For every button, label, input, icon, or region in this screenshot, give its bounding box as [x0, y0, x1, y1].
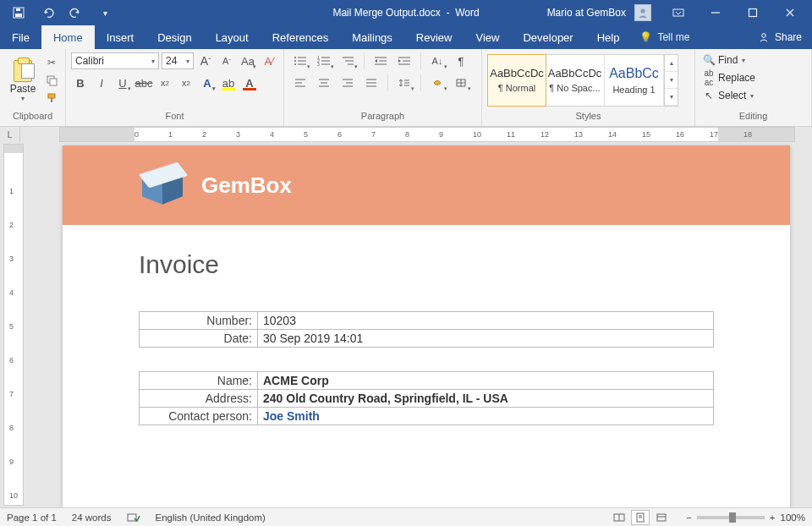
document-body[interactable]: Invoice Number:10203 Date:30 Sep 2019 14…: [63, 225, 790, 451]
gembox-logo-icon: [139, 167, 186, 204]
align-left-button[interactable]: [289, 74, 311, 91]
svg-rect-11: [50, 79, 57, 85]
tab-references[interactable]: References: [261, 25, 340, 49]
paste-button[interactable]: Paste ▾: [5, 58, 41, 102]
italic-button[interactable]: I: [92, 74, 111, 91]
clear-formatting-button[interactable]: A⁄: [260, 52, 278, 69]
decrease-indent-button[interactable]: [370, 52, 392, 69]
tab-mailings[interactable]: Mailings: [340, 25, 404, 49]
bullets-button[interactable]: [289, 52, 311, 69]
multilevel-list-button[interactable]: [337, 52, 359, 69]
quick-access-toolbar: ▾: [0, 0, 117, 25]
style-normal[interactable]: AaBbCcDc ¶ Normal: [487, 54, 546, 107]
svg-point-9: [762, 34, 766, 38]
tab-selector[interactable]: L: [0, 127, 20, 142]
styles-gallery-expand[interactable]: ▴▾▾: [664, 55, 678, 106]
tab-help[interactable]: Help: [585, 25, 632, 49]
user-avatar[interactable]: [634, 4, 651, 21]
subscript-button[interactable]: x2: [156, 74, 174, 91]
share-label: Share: [775, 31, 802, 43]
increase-indent-button[interactable]: [393, 52, 415, 69]
save-button[interactable]: [7, 0, 30, 25]
font-name-combo[interactable]: Calibri▾: [71, 52, 159, 69]
zoom-level[interactable]: 100%: [781, 512, 805, 523]
proofing-icon[interactable]: [127, 512, 140, 523]
qat-customize-button[interactable]: ▾: [93, 0, 117, 25]
select-button[interactable]: ↖Select ▾: [702, 90, 804, 101]
shrink-font-button[interactable]: Aˇ: [217, 52, 236, 69]
table-row: Contact person:Joe Smith: [140, 408, 714, 425]
justify-button[interactable]: [360, 74, 382, 91]
ruler-tick: 11: [507, 130, 515, 139]
show-marks-button[interactable]: ¶: [450, 52, 472, 69]
tab-developer[interactable]: Developer: [511, 25, 584, 49]
tab-view[interactable]: View: [464, 25, 511, 49]
font-color-button[interactable]: A: [240, 74, 259, 91]
numbering-button[interactable]: 123: [313, 52, 335, 69]
text-effects-button[interactable]: A: [198, 74, 217, 91]
close-button[interactable]: [771, 0, 809, 25]
horizontal-ruler[interactable]: 0123456789101112131415161718: [59, 127, 795, 142]
tab-review[interactable]: Review: [404, 25, 464, 49]
tab-home[interactable]: Home: [41, 25, 95, 49]
share-button[interactable]: Share: [748, 25, 812, 49]
redo-button[interactable]: [64, 0, 88, 25]
tab-file[interactable]: File: [0, 25, 41, 49]
highlight-button[interactable]: ab: [219, 74, 238, 91]
document-area[interactable]: GemBox Invoice Number:10203 Date:30 Sep …: [24, 142, 812, 507]
sort-button[interactable]: A↓: [426, 52, 448, 69]
heading-invoice: Invoice: [139, 250, 714, 279]
cut-button[interactable]: ✂: [44, 55, 59, 70]
copy-button[interactable]: [44, 73, 59, 88]
status-page[interactable]: Page 1 of 1: [7, 512, 57, 523]
shading-button[interactable]: [426, 74, 448, 91]
minimize-button[interactable]: [697, 0, 734, 25]
styles-gallery[interactable]: AaBbCcDc ¶ Normal AaBbCcDc ¶ No Spac... …: [487, 54, 678, 107]
ruler-tick: 14: [608, 130, 617, 139]
status-words[interactable]: 24 words: [72, 512, 112, 523]
format-painter-button[interactable]: [44, 90, 59, 106]
cell-key: Address:: [140, 390, 258, 408]
ruler-tick: 9: [9, 458, 14, 466]
read-mode-button[interactable]: [610, 510, 628, 525]
status-language[interactable]: English (United Kingdom): [156, 512, 266, 523]
font-size-combo[interactable]: 24▾: [162, 52, 194, 69]
print-layout-button[interactable]: [631, 510, 650, 525]
ruler-tick: 8: [9, 424, 14, 432]
ruler-tick: 12: [540, 130, 549, 139]
underline-button[interactable]: U: [113, 74, 132, 91]
style-heading-1[interactable]: AaBbCc Heading 1: [605, 55, 664, 106]
undo-button[interactable]: [36, 0, 59, 25]
contact-link[interactable]: Joe Smith: [263, 409, 320, 423]
zoom-out-button[interactable]: −: [686, 512, 692, 523]
borders-button[interactable]: [450, 74, 472, 91]
tell-me-search[interactable]: 💡 Tell me: [631, 25, 698, 49]
tab-design[interactable]: Design: [145, 25, 203, 49]
ribbon-options-button[interactable]: [660, 0, 697, 25]
cell-value: 10203: [258, 312, 714, 330]
change-case-button[interactable]: Aa: [239, 52, 257, 69]
web-layout-button[interactable]: [652, 510, 671, 525]
style-no-spacing[interactable]: AaBbCcDc ¶ No Spac...: [546, 55, 605, 106]
replace-button[interactable]: abacReplace: [702, 68, 804, 87]
vertical-ruler[interactable]: 123456789101112: [3, 144, 24, 506]
maximize-button[interactable]: [734, 0, 771, 25]
ruler-tick: 7: [9, 390, 14, 398]
line-spacing-button[interactable]: [393, 74, 415, 91]
search-icon: 🔍: [702, 54, 716, 66]
align-right-button[interactable]: [337, 74, 359, 91]
strikethrough-button[interactable]: abc: [134, 74, 153, 91]
doc-name: Mail Merge Output.docx: [332, 7, 440, 19]
bold-button[interactable]: B: [71, 74, 90, 91]
tell-me-label: Tell me: [657, 31, 689, 43]
superscript-button[interactable]: x2: [177, 74, 195, 91]
grow-font-button[interactable]: Aˆ: [196, 52, 215, 69]
align-center-button[interactable]: [313, 74, 335, 91]
find-button[interactable]: 🔍Find ▾: [702, 54, 804, 66]
zoom-in-button[interactable]: +: [770, 512, 776, 523]
zoom-slider[interactable]: [697, 516, 765, 519]
tab-insert[interactable]: Insert: [95, 25, 146, 49]
tab-layout[interactable]: Layout: [204, 25, 261, 49]
cell-key: Date:: [140, 330, 258, 348]
ruler-tick: 10: [9, 491, 18, 500]
